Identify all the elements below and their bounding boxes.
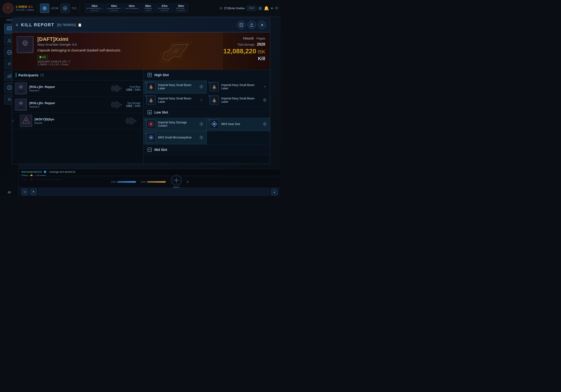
svg-point-90	[175, 179, 177, 181]
armor-bar: 100%	[141, 181, 166, 183]
participants-panel: Participants [7] [ROLL]Dr. Repper	[12, 70, 143, 164]
svg-point-3	[44, 8, 45, 9]
participant-info-0: [ROLL]Dr. Repper Hound II	[29, 85, 107, 92]
ship-bg	[129, 33, 223, 70]
compass-svg	[171, 174, 182, 186]
send-btn[interactable]: ▲	[271, 189, 278, 195]
modal-id: [ID:7659552] 📋	[57, 23, 82, 27]
dist-item-5: 25km [BT|CAH]... [Capsule]	[174, 4, 188, 12]
nav-atom[interactable]	[40, 3, 49, 13]
mid-slot-icon	[147, 147, 152, 152]
high-slot-status-0	[199, 84, 204, 89]
p-badge-1: Top Damage	[126, 102, 140, 104]
shield-progress	[117, 181, 136, 183]
participant-avatar-2	[20, 115, 32, 127]
high-slot-item-0[interactable]: 1 Imperial Navy Small Beam Laser	[143, 80, 207, 94]
high-slot-items: 1 Imperial Navy Small Beam Laser	[143, 80, 270, 107]
chat-msg-0: theCandym0n131 🔷 : oorange isnt armed lo…	[22, 170, 278, 174]
modal-title: KILL REPORT	[21, 22, 54, 28]
mail-btn[interactable]: ✉	[22, 189, 28, 195]
low-slot-title: Low Slot	[154, 110, 168, 114]
svg-point-16	[9, 39, 10, 41]
p-ship-2: Hound	[34, 121, 122, 124]
svg-rect-13	[7, 27, 11, 30]
dist-item-1: 43km SnakeAndMirror [Capsule]	[106, 4, 122, 12]
corp-region: YX-LYK < Delve	[15, 9, 34, 11]
top-bar: 1-SMEB -0.1 YX-LYK < Delve ATOM TSC 43km…	[0, 0, 280, 16]
nav-atom-label: ATOM	[51, 7, 58, 10]
low-slot-name-0: Imperial Navy Damage Control	[158, 121, 197, 127]
high-slot-item-icon-3	[210, 95, 219, 105]
svg-rect-20	[8, 76, 9, 77]
close-btn[interactable]: ✕	[258, 21, 266, 29]
p-badge-0: Final Blow	[126, 86, 140, 88]
high-slot-name-3: Imperial Navy Small Beam Laser	[221, 97, 260, 103]
high-slot-item-1[interactable]: 1 Imperial Navy Small Beam Laser ✕	[207, 80, 270, 94]
nav-tsc-label: TSC	[72, 7, 77, 10]
menu-icon[interactable]: ≡	[271, 6, 273, 10]
filter-icon[interactable]: ⊞	[259, 6, 262, 11]
participant-item-2[interactable]: [WZKY]DjSyn Hound	[12, 113, 143, 129]
export-btn[interactable]	[247, 21, 256, 29]
chat-input[interactable]	[39, 189, 269, 195]
chat-text-0: : oorange isnt armed lol	[48, 170, 75, 174]
svg-point-68	[200, 123, 203, 126]
armor-progress	[147, 181, 166, 183]
svg-point-73	[263, 123, 266, 126]
p-stats-0: Final Blow 1582 | 54%	[126, 86, 140, 91]
low-slot-status-0	[199, 122, 204, 126]
low-slot-item-1[interactable]: 1 MK9 Heat Sink	[207, 118, 270, 131]
svg-point-79	[200, 136, 203, 139]
participant-item[interactable]: [ROLL]Dr. Repper Hound II Final Blow 158…	[12, 80, 143, 97]
high-slot-status-2: ✕	[199, 98, 204, 102]
high-slot-item-icon-1	[210, 82, 219, 91]
speed-info: 0m/s	[171, 174, 182, 189]
pvp-toggle[interactable]: PvP	[247, 6, 257, 11]
ship-name-class: Hound Frigate	[223, 36, 265, 40]
victim-avatar[interactable]	[17, 36, 33, 53]
hamburger-icon[interactable]: ≡	[16, 22, 18, 28]
report-btn[interactable]	[237, 21, 246, 29]
low-slot-item-2[interactable]: 1 MK9 Small Microwarpdrive	[143, 131, 207, 144]
low-slot-item-icon-1	[210, 120, 219, 129]
high-slot-item-icon-0	[146, 82, 156, 91]
low-slot-item-0[interactable]: 1 Imperial Navy Damage Control	[143, 118, 207, 131]
p-ship-1: Hound II	[29, 105, 107, 108]
svg-point-59	[214, 101, 215, 101]
participant-item-1[interactable]: [ROLL]Dr. Repper Hound II Top Damage 158…	[12, 97, 143, 113]
svg-point-57	[150, 101, 152, 101]
distance-list: 43km [ATOM|BTOWN|...] [Capsule] 43km Sna…	[85, 4, 188, 12]
p-stats-1: Top Damage 1582 | 54%	[126, 102, 140, 108]
high-slot-item-2[interactable]: 1 Imperial Navy Small Beam Laser ✕	[143, 94, 207, 107]
low-slot-icon	[147, 109, 152, 115]
high-slot-item-3[interactable]: 1 Imperial Navy Small Beam Laser	[207, 94, 270, 107]
high-slot-item-icon-2	[146, 95, 156, 105]
low-slot-item-icon-2	[146, 133, 156, 142]
distance-display: 0	[187, 181, 188, 183]
fleet-btn[interactable]: ⚑	[30, 189, 37, 195]
low-slot-item-3	[207, 131, 270, 144]
nav-tsc[interactable]	[60, 3, 70, 13]
dist-item-4: 27km [SHIE]Madde... [Capsule]	[156, 4, 173, 12]
ship-class: Frigate	[257, 37, 265, 40]
participant-avatar-1	[15, 98, 27, 111]
p-pct-1: 54%	[135, 104, 140, 108]
notification-icon[interactable]: 🔔	[264, 6, 269, 11]
dist-item-2: 41km Kate Sheppard	[124, 4, 140, 12]
mid-slot-header: Mid Slot	[143, 144, 270, 155]
low-slot-items: 1 Imperial Navy Damage Control	[143, 118, 270, 144]
player-name-top: [TO]Bobb Shaftoe	[224, 7, 245, 10]
low-slot-name-1: MK9 Heat Sink	[221, 122, 260, 126]
svg-point-1	[6, 5, 10, 9]
divider	[37, 3, 37, 13]
participants-count: [7]	[40, 73, 44, 77]
damage-value: 2928	[257, 42, 265, 46]
isk-label: ISK	[258, 49, 265, 54]
participants-header: Participants [7]	[12, 70, 143, 80]
sidebar-bottom-count: 45	[8, 191, 11, 196]
isk-value: 12,088,220	[223, 47, 256, 55]
high-slot-name-2: Imperial Navy Small Beam Laser	[158, 97, 197, 103]
svg-point-40	[19, 85, 22, 89]
high-slot-name-0: Imperial Navy Small Beam Laser	[158, 83, 197, 90]
player-avatar[interactable]	[2, 3, 14, 14]
